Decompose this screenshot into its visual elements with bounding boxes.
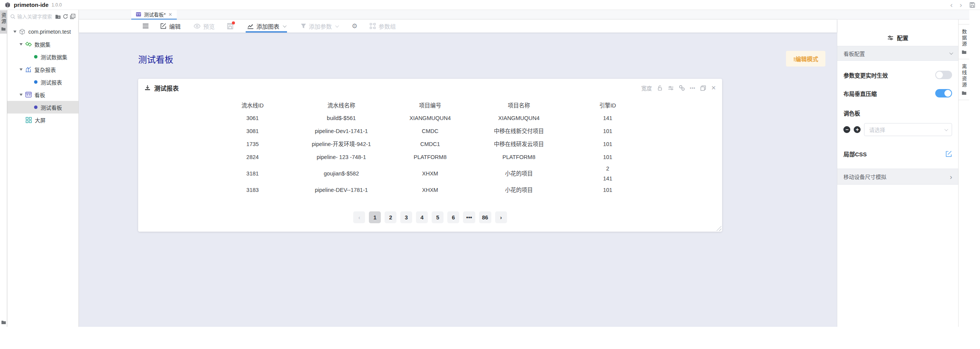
page-button[interactable]: 86 (479, 211, 491, 223)
table-cell: 1735 (208, 138, 297, 151)
palette-select[interactable]: 请选择 (864, 123, 952, 136)
param-group-button[interactable]: 参数组 (370, 19, 396, 32)
tree-item-label: 数据集 (34, 41, 51, 48)
dot-icon (34, 106, 38, 109)
datasource-strip-tab[interactable]: 数据源 (959, 24, 969, 59)
folder-icon (962, 91, 967, 95)
preview-button[interactable]: 预览 (194, 19, 215, 32)
report-widget-card: 测试报表 宽度 (138, 79, 722, 232)
search-input[interactable] (17, 14, 53, 19)
table-cell: CMDC1 (386, 138, 475, 151)
more-pages-button[interactable]: ••• (463, 211, 475, 223)
table-cell: 小花的项目 (475, 164, 563, 183)
prev-page-button[interactable]: ‹ (353, 211, 365, 223)
edit-button[interactable]: 编辑 (160, 19, 181, 32)
tree-item[interactable]: 大屏 (7, 114, 78, 126)
tree-item[interactable]: 测试报表 (7, 76, 78, 88)
page-button[interactable]: 2 (385, 211, 396, 223)
config-sliders-icon (887, 35, 894, 41)
table-cell: goujian$-$582 (297, 164, 386, 183)
add-chart-button[interactable]: 添加图表 (246, 19, 287, 32)
table-cell: 3183 (208, 183, 297, 196)
realtime-param-toggle[interactable] (935, 71, 952, 79)
title-bar: primeton-ide 1.0.0 ‹ › (0, 0, 980, 10)
table-cell: 101 (563, 183, 652, 196)
add-param-button[interactable]: 添加参数 (301, 19, 338, 32)
tab-label: 测试看板* (144, 11, 166, 18)
menu-icon[interactable] (142, 19, 149, 32)
copy-icon[interactable] (700, 85, 706, 91)
chevron-right-icon: › (950, 173, 952, 180)
add-palette-icon[interactable]: + (854, 126, 861, 133)
resource-sidebar: com.primeton.test数据集测试数据集复杂报表测试报表看板测试看板大… (7, 10, 79, 327)
download-icon[interactable] (144, 85, 151, 91)
nav-back-icon[interactable]: ‹ (948, 1, 954, 8)
refresh-icon[interactable] (63, 14, 68, 19)
offline-resources-strip-tab[interactable]: 离线资源 (959, 59, 969, 100)
unlock-icon[interactable] (657, 85, 663, 91)
dot-icon (34, 55, 38, 58)
tab-test-dashboard[interactable]: 测试看板* ✕ (131, 10, 177, 19)
resources-strip-tab[interactable]: 资源 (0, 10, 7, 34)
new-folder-icon[interactable] (55, 14, 61, 19)
save-all-icon[interactable] (969, 2, 975, 8)
tree-item-label: 大屏 (35, 116, 46, 124)
table-cell: 小花的项目 (475, 183, 563, 196)
tree-item[interactable]: com.primeton.test (7, 25, 78, 38)
collapse-all-icon[interactable] (70, 14, 75, 19)
table-cell: XIANGMUQUN4 (475, 112, 563, 125)
board-config-section[interactable]: 看板配置 (837, 46, 958, 61)
expander-arrow-icon[interactable] (20, 43, 23, 45)
expander-arrow-icon[interactable] (13, 31, 16, 33)
table-cell: 141 (563, 112, 652, 125)
preview-label: 预览 (203, 22, 215, 30)
table-cell: 中移在线新交付项目 (475, 125, 563, 138)
app-window: primeton-ide 1.0.0 ‹ › 资源 (0, 0, 980, 349)
local-css-label: 局部CSS (843, 150, 867, 158)
expander-arrow-icon[interactable] (20, 94, 23, 96)
expander-arrow-icon[interactable] (20, 68, 23, 71)
close-widget-icon[interactable]: ✕ (711, 84, 716, 91)
app-logo-icon (5, 2, 11, 8)
dashboard-canvas: 测试看板 !编辑模式 测试报表 (79, 32, 837, 327)
param-group-label: 参数组 (378, 22, 396, 30)
vertical-compress-toggle[interactable] (935, 89, 952, 97)
page-button[interactable]: 1 (369, 211, 381, 223)
table-cell: 101 (563, 138, 652, 151)
edit-css-icon[interactable] (946, 151, 952, 157)
page-button[interactable]: 6 (447, 211, 459, 223)
save-button[interactable] (227, 19, 233, 32)
resource-tree: com.primeton.test数据集测试数据集复杂报表测试报表看板测试看板大… (7, 23, 78, 126)
remove-palette-icon[interactable]: − (843, 126, 850, 133)
column-header: 引擎ID (563, 98, 652, 112)
folder-icon (1, 27, 6, 31)
mobile-device-sim-row[interactable]: 移动设备尺寸模拟 › (837, 169, 958, 185)
palette-select-placeholder: 请选择 (869, 126, 885, 133)
link-icon[interactable] (679, 85, 685, 91)
tree-item[interactable]: 数据集 (7, 38, 78, 50)
nav-forward-icon[interactable]: › (958, 1, 964, 8)
page-button[interactable]: 5 (432, 211, 444, 223)
tree-item-label: 测试报表 (41, 78, 62, 86)
tree-item[interactable]: 看板 (7, 88, 78, 101)
realtime-param-label: 参数变更实时生效 (843, 71, 888, 79)
page-button[interactable]: 3 (400, 211, 412, 223)
page-button[interactable]: 4 (416, 211, 428, 223)
column-header: 流水线名称 (297, 98, 386, 112)
tree-item[interactable]: 复杂报表 (7, 63, 78, 76)
dashboard-title: 测试看板 (138, 52, 173, 65)
tab-close-icon[interactable]: ✕ (168, 12, 172, 17)
more-options-icon[interactable]: ••• (690, 86, 696, 90)
settings-gear-icon[interactable]: ⚙ (352, 19, 357, 32)
table-cell: build$-$561 (297, 112, 386, 125)
settings-sliders-icon[interactable] (668, 85, 674, 91)
edit-mode-badge: !编辑模式 (786, 51, 825, 67)
folder-icon[interactable] (1, 320, 6, 325)
next-page-button[interactable]: › (495, 211, 507, 223)
editor-tabstrip: 测试看板* ✕ (79, 10, 969, 19)
folder-icon (962, 50, 967, 54)
resize-handle[interactable] (716, 226, 721, 231)
tree-item[interactable]: 测试数据集 (7, 50, 78, 63)
tree-item[interactable]: 测试看板 (7, 101, 78, 114)
table-row: 3183pipeline-DEV--1781-1XHXM小花的项目101 (208, 183, 652, 196)
